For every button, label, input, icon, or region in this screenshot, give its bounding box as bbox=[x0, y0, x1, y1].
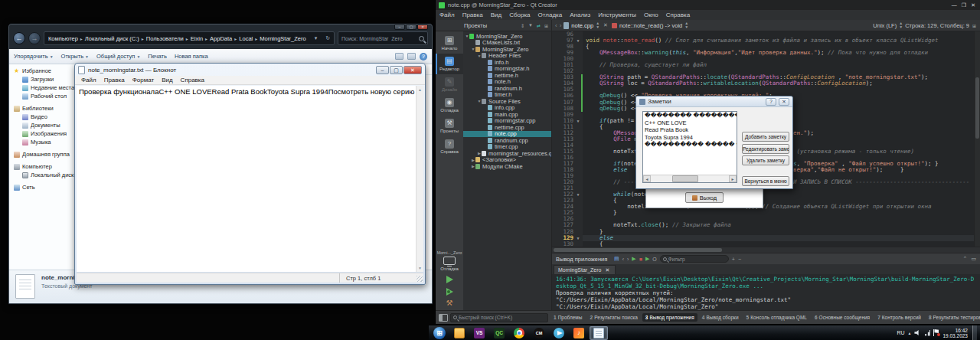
notepad-close-button[interactable]: ✕ bbox=[403, 66, 422, 74]
list-horizontal-scrollbar[interactable]: ◄► bbox=[643, 175, 737, 182]
qt-close-button[interactable]: ✕ bbox=[971, 2, 975, 8]
encoding-dropdown-icon[interactable]: ▲▼ bbox=[899, 21, 903, 29]
tree-item-morningstar_zero[interactable]: ▼MorningStar_Zero bbox=[463, 46, 551, 53]
explorer-close-button[interactable]: ✕ bbox=[417, 25, 428, 30]
preview-pane-icon[interactable] bbox=[407, 53, 416, 60]
notes-list[interactable]: �������� �����������C++ ONE LOVERead Pra… bbox=[642, 111, 737, 183]
stop-icon[interactable]: ■ bbox=[639, 257, 642, 262]
editor-vertical-scrollbar[interactable] bbox=[974, 31, 980, 247]
output-pane-button-1[interactable]: 1Проблемы bbox=[550, 313, 586, 322]
taskbar-visual-studio[interactable]: VS bbox=[470, 326, 488, 340]
tree-item-morningstar_zero[interactable]: ▼MorningStar_Zero bbox=[463, 33, 551, 40]
breadcrumb-segment[interactable]: Пользователи bbox=[145, 35, 185, 42]
output-filter-input[interactable]: Фильтр bbox=[660, 255, 729, 263]
taskbar-telegram[interactable] bbox=[550, 326, 568, 340]
forward-button[interactable]: → bbox=[28, 32, 41, 44]
sync-with-editor-icon[interactable]: ⇄ bbox=[536, 23, 541, 28]
breadcrumb-segment[interactable]: MorningStar_Zero bbox=[258, 35, 307, 42]
breadcrumb-segment[interactable]: AppData bbox=[208, 35, 234, 42]
tree-item-note.cpp[interactable]: note.cpp bbox=[463, 131, 551, 138]
split-pane-icon[interactable]: ⊞ bbox=[544, 23, 549, 28]
taskbar-chrome[interactable] bbox=[510, 326, 528, 340]
scrollbar-thumb[interactable] bbox=[672, 175, 698, 182]
breadcrumb-segment[interactable]: Eixin bbox=[189, 35, 204, 42]
qt-menu-отладка[interactable]: Отладка bbox=[534, 11, 567, 18]
go-forward-icon[interactable]: › bbox=[560, 22, 562, 29]
toolbar-button-открыть[interactable]: Открыть▼ bbox=[61, 53, 89, 60]
scrollbar-track[interactable] bbox=[651, 175, 729, 182]
tree-item-note.h[interactable]: note.h bbox=[463, 79, 551, 86]
qt-menu-файл[interactable]: Файл bbox=[436, 11, 459, 18]
zoom-out-icon[interactable]: − bbox=[738, 257, 741, 262]
qt-menu-справка[interactable]: Справка bbox=[662, 11, 694, 18]
qt-menu-окно[interactable]: Окно bbox=[640, 11, 662, 18]
notepad-minimize-button[interactable]: – bbox=[376, 66, 389, 74]
scroll-left-icon[interactable]: ◄ bbox=[643, 175, 651, 182]
tree-item-info.h[interactable]: info.h bbox=[463, 59, 551, 66]
clock[interactable]: 16:42 19.03.2023 bbox=[942, 328, 968, 338]
mode-item-справка[interactable]: ?Справка bbox=[436, 136, 463, 157]
pane-selector-icon[interactable]: ⇕ bbox=[520, 23, 525, 28]
address-bar[interactable]: Компьютер▸Локальный диск (C:)▸Пользовате… bbox=[44, 31, 335, 45]
notepad-menu-вид[interactable]: Вид bbox=[158, 77, 176, 83]
toolbar-button-общий-доступ[interactable]: Общий доступ▼ bbox=[96, 53, 140, 60]
go-back-icon[interactable]: ‹ bbox=[555, 22, 557, 29]
tree-item-morningstar.h[interactable]: morningstar.h bbox=[463, 66, 551, 73]
document-dropdown-icon[interactable]: ▲▼ bbox=[596, 21, 599, 29]
locator-input[interactable]: Быстрый поиск (Ctrl+K) bbox=[450, 313, 548, 322]
taskbar-music[interactable]: ♪ bbox=[570, 326, 588, 340]
notepad-menu-справка[interactable]: Справка bbox=[177, 77, 208, 83]
mode-item-отладка[interactable]: ◉Отладка bbox=[436, 95, 463, 116]
notepad-menu-формат[interactable]: Формат bbox=[129, 77, 158, 83]
notepad-menu-правка[interactable]: Правка bbox=[100, 77, 129, 83]
close-document-icon[interactable]: ✕ bbox=[602, 22, 609, 28]
taskbar-explorer[interactable] bbox=[450, 326, 469, 340]
output-pane-button-4[interactable]: 4Вывод сборки bbox=[699, 313, 742, 322]
zoom-in-icon[interactable]: + bbox=[732, 257, 735, 262]
toolbar-button-упорядочить[interactable]: Упорядочить▼ bbox=[14, 53, 54, 60]
word-wrap-icon[interactable]: O bbox=[652, 257, 656, 262]
show-hidden-icons-icon[interactable]: ▲ bbox=[908, 331, 912, 335]
output-pane-button-5[interactable]: 5Консоль отладчика QML bbox=[743, 313, 810, 322]
maximize-pane-icon[interactable]: ⌃ bbox=[963, 256, 968, 262]
fold-marker-icon[interactable]: ▼ bbox=[575, 118, 581, 124]
tree-item-randnum.cpp[interactable]: randnum.cpp bbox=[463, 137, 551, 144]
volume-icon[interactable] bbox=[914, 330, 920, 336]
explorer-search-box[interactable]: Поиск: MorningStar_Zero bbox=[338, 31, 428, 45]
back-button[interactable]: ← bbox=[13, 32, 25, 44]
action-center-icon[interactable] bbox=[933, 329, 939, 336]
tree-item--заголовки-[interactable]: ▶<Заголовки> bbox=[463, 157, 551, 164]
scroll-up-icon[interactable]: ▲ bbox=[418, 86, 422, 93]
tree-item-source-files[interactable]: ▼Source Files bbox=[463, 98, 551, 105]
notepad-vertical-scrollbar[interactable]: ▲ ▼ bbox=[416, 86, 423, 272]
debug-run-button[interactable] bbox=[446, 288, 453, 296]
qt-maximize-button[interactable]: ❐ bbox=[962, 2, 966, 8]
dialog-button-3[interactable]: Удалить заметку bbox=[742, 155, 789, 165]
note-list-item[interactable]: Toyota Supra 1994 bbox=[643, 134, 737, 142]
tree-item-main.cpp[interactable]: main.cpp bbox=[463, 111, 551, 118]
toolbar-button-печать[interactable]: Печать bbox=[148, 53, 167, 60]
refresh-icon[interactable]: ↻ bbox=[324, 35, 332, 41]
explorer-minimize-button[interactable]: – bbox=[394, 25, 405, 30]
explorer-maximize-button[interactable]: ▢ bbox=[406, 25, 416, 30]
mode-item-проекты[interactable]: ⚒Проекты bbox=[436, 116, 463, 136]
symbol-dropdown-icon[interactable]: ▲▼ bbox=[684, 21, 688, 29]
fold-marker-icon[interactable]: ▼ bbox=[575, 38, 581, 44]
dialog-button-1[interactable]: Добавить заметку bbox=[742, 132, 789, 142]
dialog-close-button[interactable]: ✕ bbox=[779, 98, 789, 106]
help-icon[interactable]: ? bbox=[420, 53, 427, 60]
editor-horizontal-scrollbar[interactable] bbox=[552, 247, 980, 253]
taskbar-cm[interactable]: CM bbox=[530, 326, 548, 340]
attach-debugger-icon[interactable]: ▶ bbox=[645, 256, 649, 262]
split-editor-icon[interactable]: ⊞ bbox=[972, 23, 977, 28]
run-button[interactable] bbox=[446, 276, 453, 283]
notepad-menu-файл[interactable]: Файл bbox=[77, 77, 100, 83]
qt-menu-вид[interactable]: Вид bbox=[487, 11, 505, 18]
qt-menu-анализ[interactable]: Анализ bbox=[566, 11, 594, 18]
next-item-icon[interactable]: › bbox=[627, 257, 629, 262]
network-icon[interactable] bbox=[923, 330, 930, 336]
fold-marker-icon[interactable]: ▼ bbox=[575, 235, 581, 241]
output-pane-button-7[interactable]: 7Контроль версий bbox=[874, 313, 924, 322]
breadcrumb-segment[interactable]: Local bbox=[237, 35, 254, 42]
scrollbar-thumb[interactable] bbox=[975, 77, 979, 139]
